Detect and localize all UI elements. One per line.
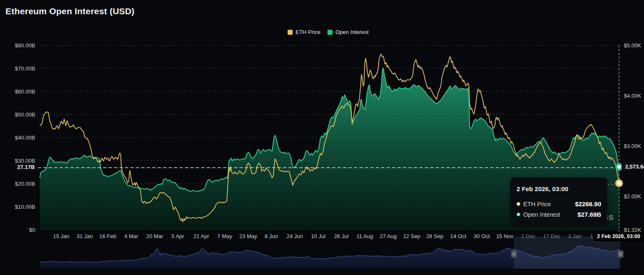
svg-text:23 May: 23 May (239, 233, 257, 239)
svg-text:8 Jun: 8 Jun (265, 233, 278, 239)
svg-text:$40.00B: $40.00B (15, 135, 35, 141)
svg-text:$4.00K: $4.00K (624, 93, 641, 99)
svg-text:16 Feb: 16 Feb (99, 233, 116, 239)
svg-text:24 Jun: 24 Jun (286, 233, 303, 239)
svg-text:$70.00B: $70.00B (15, 65, 35, 72)
svg-text:$60.00B: $60.00B (15, 88, 35, 95)
svg-text:5 Apr: 5 Apr (171, 233, 184, 239)
svg-text:14 Oct: 14 Oct (450, 233, 467, 239)
svg-text:$10.00B: $10.00B (15, 204, 35, 210)
svg-text:$20.00B: $20.00B (15, 181, 35, 187)
svg-text:15 Jan: 15 Jan (53, 233, 69, 239)
svg-text:26 Jul: 26 Jul (334, 233, 349, 239)
svg-text:$2.00K: $2.00K (624, 193, 641, 200)
svg-text:20 Mar: 20 Mar (146, 233, 164, 239)
svg-text:28 Sep: 28 Sep (426, 233, 443, 239)
svg-text:10 Jul: 10 Jul (311, 233, 326, 239)
svg-text:21 Apr: 21 Apr (193, 233, 209, 239)
svg-text:$80.00B: $80.00B (15, 42, 35, 49)
svg-text:$50.00B: $50.00B (15, 112, 35, 118)
svg-text:$0: $0 (29, 227, 35, 233)
svg-text:31 Jan: 31 Jan (76, 233, 93, 239)
svg-text:27 Aug: 27 Aug (380, 233, 397, 239)
svg-text:12 Sep: 12 Sep (403, 233, 420, 239)
svg-text:$3.00K: $3.00K (624, 143, 641, 149)
svg-text:15 Nov: 15 Nov (496, 233, 514, 239)
svg-text:7 May: 7 May (217, 233, 232, 239)
svg-text:11 Aug: 11 Aug (356, 233, 373, 239)
svg-text:4 Mar: 4 Mar (124, 233, 138, 239)
svg-text:30 Oct: 30 Oct (474, 233, 490, 239)
svg-text:$5.00K: $5.00K (624, 42, 641, 49)
